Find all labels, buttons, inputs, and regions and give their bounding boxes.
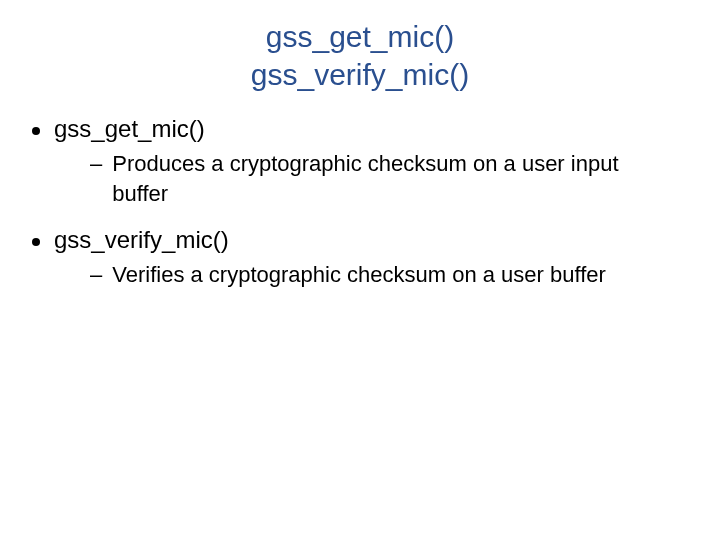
bullet-item-2: gss_verify_mic() <box>32 226 692 254</box>
slide-title: gss_get_mic() gss_verify_mic() <box>28 18 692 93</box>
sub-bullet-item-1: – Produces a cryptographic checksum on a… <box>90 149 692 208</box>
sub-bullet-item-2-text: Verifies a cryptographic checksum on a u… <box>112 260 606 290</box>
slide: gss_get_mic() gss_verify_mic() gss_get_m… <box>0 0 720 540</box>
sub-bullet-item-1-text: Produces a cryptographic checksum on a u… <box>112 149 672 208</box>
sub-bullet-item-2: – Verifies a cryptographic checksum on a… <box>90 260 692 290</box>
dash-icon: – <box>90 260 102 290</box>
title-line-2: gss_verify_mic() <box>251 58 469 91</box>
bullet-dot-icon <box>32 127 40 135</box>
bullet-item-1-label: gss_get_mic() <box>54 115 205 143</box>
title-line-1: gss_get_mic() <box>266 20 454 53</box>
dash-icon: – <box>90 149 102 179</box>
bullet-dot-icon <box>32 238 40 246</box>
bullet-item-1: gss_get_mic() <box>32 115 692 143</box>
bullet-item-2-label: gss_verify_mic() <box>54 226 229 254</box>
